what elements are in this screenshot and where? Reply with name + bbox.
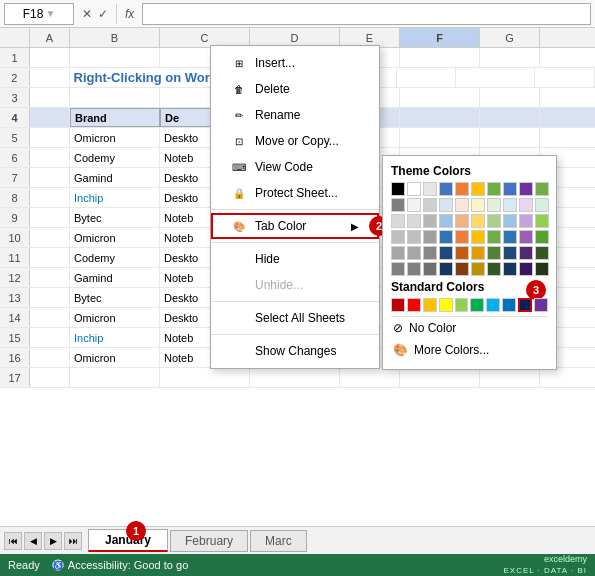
menu-item-protect-sheet[interactable]: 🔒 Protect Sheet... (211, 180, 379, 206)
color-swatch[interactable] (471, 262, 485, 276)
color-swatch[interactable] (407, 262, 421, 276)
menu-item-unhide[interactable]: Unhide... (211, 272, 379, 298)
color-swatch[interactable] (439, 230, 453, 244)
color-swatch[interactable] (503, 182, 517, 196)
tab-next-button[interactable]: ▶ (44, 532, 62, 550)
cell[interactable] (400, 88, 480, 107)
color-swatch[interactable] (423, 214, 437, 228)
color-swatch[interactable] (439, 246, 453, 260)
col-header-b[interactable]: B (70, 28, 160, 47)
tab-first-button[interactable]: ⏮ (4, 532, 22, 550)
color-swatch[interactable] (535, 246, 549, 260)
menu-item-hide[interactable]: Hide (211, 246, 379, 272)
color-swatch[interactable] (487, 214, 501, 228)
std-color-purple[interactable] (534, 298, 548, 312)
color-swatch[interactable] (407, 214, 421, 228)
color-swatch[interactable] (455, 214, 469, 228)
cell[interactable] (480, 88, 540, 107)
color-swatch[interactable] (455, 182, 469, 196)
color-swatch[interactable] (487, 198, 501, 212)
color-swatch[interactable] (471, 246, 485, 260)
color-swatch[interactable] (423, 262, 437, 276)
col-header-f[interactable]: F (400, 28, 480, 47)
header-brand[interactable]: Brand (70, 108, 160, 127)
no-color-button[interactable]: ⊘ No Color (391, 316, 548, 339)
color-swatch[interactable] (455, 198, 469, 212)
color-swatch[interactable] (439, 198, 453, 212)
std-color-yellow[interactable] (439, 298, 453, 312)
menu-item-select-all[interactable]: Select All Sheets (211, 305, 379, 331)
color-swatch[interactable] (487, 246, 501, 260)
cell[interactable] (397, 68, 457, 87)
menu-item-insert[interactable]: ⊞ Insert... (211, 50, 379, 76)
color-swatch[interactable] (519, 198, 533, 212)
color-swatch[interactable] (503, 246, 517, 260)
color-swatch[interactable] (503, 230, 517, 244)
cancel-icon[interactable]: ✕ (82, 7, 92, 21)
cell[interactable] (30, 88, 70, 107)
color-swatch[interactable] (503, 262, 517, 276)
cell[interactable] (400, 48, 480, 67)
tab-prev-button[interactable]: ◀ (24, 532, 42, 550)
cell-reference-box[interactable]: F18 ▼ (4, 3, 74, 25)
color-swatch[interactable] (519, 246, 533, 260)
color-swatch[interactable] (519, 214, 533, 228)
color-swatch[interactable] (487, 262, 501, 276)
color-swatch[interactable] (471, 230, 485, 244)
color-swatch[interactable] (535, 230, 549, 244)
std-color-orange[interactable] (423, 298, 437, 312)
color-swatch[interactable] (391, 198, 405, 212)
cell[interactable] (400, 108, 480, 127)
color-swatch[interactable] (407, 246, 421, 260)
tab-march[interactable]: Marc (250, 530, 307, 552)
color-swatch[interactable] (407, 230, 421, 244)
color-swatch[interactable] (439, 262, 453, 276)
std-color-darkred[interactable] (391, 298, 405, 312)
color-swatch[interactable] (535, 214, 549, 228)
std-color-lightgreen[interactable] (455, 298, 469, 312)
confirm-icon[interactable]: ✓ (98, 7, 108, 21)
tab-last-button[interactable]: ⏭ (64, 532, 82, 550)
color-swatch[interactable] (423, 230, 437, 244)
std-color-red[interactable] (407, 298, 421, 312)
color-swatch[interactable] (423, 246, 437, 260)
color-swatch[interactable] (471, 182, 485, 196)
color-swatch[interactable] (455, 246, 469, 260)
more-colors-button[interactable]: 🎨 More Colors... (391, 339, 548, 361)
col-header-g[interactable]: G (480, 28, 540, 47)
color-swatch[interactable] (455, 262, 469, 276)
color-swatch[interactable] (519, 182, 533, 196)
color-swatch[interactable] (439, 214, 453, 228)
color-swatch[interactable] (535, 198, 549, 212)
std-color-lightblue[interactable] (486, 298, 500, 312)
color-swatch[interactable] (503, 214, 517, 228)
color-swatch[interactable] (391, 182, 405, 196)
color-swatch[interactable] (535, 182, 549, 196)
color-swatch[interactable] (455, 230, 469, 244)
color-swatch[interactable] (391, 230, 405, 244)
std-color-green[interactable] (470, 298, 484, 312)
cell[interactable] (70, 48, 160, 67)
menu-item-tab-color[interactable]: 🎨 Tab Color ▶ (211, 213, 379, 239)
tab-february[interactable]: February (170, 530, 248, 552)
col-header-a[interactable]: A (30, 28, 70, 47)
color-swatch[interactable] (423, 182, 437, 196)
formula-input[interactable] (142, 3, 591, 25)
menu-item-view-code[interactable]: ⌨ View Code (211, 154, 379, 180)
cell[interactable] (70, 88, 160, 107)
cell[interactable] (30, 48, 70, 67)
menu-item-rename[interactable]: ✏ Rename (211, 102, 379, 128)
color-swatch[interactable] (519, 262, 533, 276)
color-swatch[interactable] (423, 198, 437, 212)
std-color-blue[interactable] (502, 298, 516, 312)
color-swatch[interactable] (487, 182, 501, 196)
color-swatch[interactable] (407, 198, 421, 212)
cell[interactable] (30, 108, 70, 127)
std-color-darkblue[interactable] (518, 298, 532, 312)
color-swatch[interactable] (535, 262, 549, 276)
menu-item-move-copy[interactable]: ⊡ Move or Copy... (211, 128, 379, 154)
color-swatch[interactable] (487, 230, 501, 244)
cell[interactable] (480, 48, 540, 67)
color-swatch[interactable] (519, 230, 533, 244)
color-swatch[interactable] (503, 198, 517, 212)
